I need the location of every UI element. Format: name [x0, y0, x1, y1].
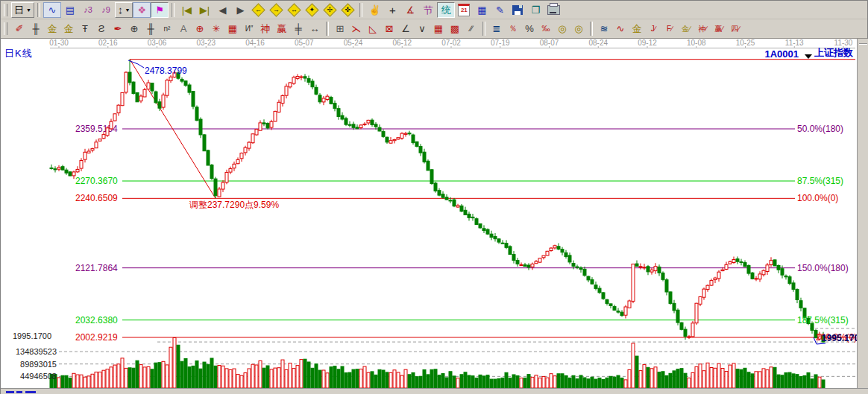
n-square-button[interactable]: n² [159, 21, 175, 36]
red-target-button[interactable]: ⊕ [192, 21, 208, 36]
angle-line-button[interactable]: ∠ [397, 21, 414, 36]
volume-bar [796, 375, 799, 388]
gold-circle-2-button[interactable]: ◎ [570, 21, 587, 36]
volume-scale-label: 134839523 [16, 347, 57, 356]
rect-zone-button[interactable]: ⊞ [332, 21, 348, 36]
printer-button[interactable] [544, 2, 562, 18]
f-angle-button[interactable]: F∕ [661, 21, 678, 36]
volume-bar [393, 370, 396, 388]
ying-angle-button[interactable]: 赢∕ [711, 21, 727, 36]
shen-angle-button[interactable]: 神∕ [694, 21, 711, 36]
dropdown-caret-icon: ▼ [26, 7, 31, 13]
compress-x-button[interactable]: ✢ [321, 2, 339, 18]
ma3-button[interactable]: ♪3 [79, 2, 97, 18]
spiral-button[interactable]: Ƨ [93, 21, 110, 36]
kline-chart-canvas[interactable]: 01-3002-1603-0603-2304-1605-0705-2406-12… [1, 39, 857, 388]
gold-tool-1-button[interactable]: 金 [44, 21, 60, 36]
v-lines-button[interactable]: ∨ [414, 21, 430, 36]
crosshair-button[interactable]: + [383, 2, 401, 18]
pink-pattern-button[interactable]: ❖ [133, 2, 151, 18]
time-grid-button[interactable]: ╫ [142, 21, 159, 36]
volume-bar [635, 356, 638, 388]
calculator-button[interactable]: ▦ [473, 2, 491, 18]
gold-tool-2-button[interactable]: 金 [60, 21, 77, 36]
percent-button[interactable]: % [521, 21, 538, 36]
angle-measure-button[interactable]: ∡ [401, 2, 419, 18]
stats-tool-button[interactable]: 统 [437, 2, 455, 18]
last-page-button[interactable]: ▶| [195, 2, 213, 18]
parallel-lines-button[interactable]: ∕∕ [463, 21, 479, 36]
calendar-button[interactable]: 21 [455, 2, 473, 18]
ma9-button[interactable]: ♪9 [97, 2, 115, 18]
f-line-button[interactable]: Ŧ [77, 21, 93, 36]
gold-circle-1-button[interactable]: ◎ [554, 21, 570, 36]
color-flag-button[interactable]: ⚑ [151, 2, 169, 18]
notes-button[interactable]: ✎ [491, 2, 509, 18]
page-next-button[interactable]: ▶ [231, 2, 249, 18]
shen-tool-button[interactable]: 神 [257, 21, 274, 36]
si-angle-button[interactable]: 四∕ [727, 21, 743, 36]
save-button[interactable] [509, 2, 526, 18]
permille-button[interactable]: ‰ [538, 21, 554, 36]
red-gridbox-button[interactable]: ▦ [224, 21, 241, 36]
wave-brush-icon: ∿ [617, 24, 625, 34]
n-wave-button[interactable]: И″ [241, 21, 257, 36]
volume-bar [274, 368, 277, 388]
price-grid-button[interactable]: ▦ [430, 21, 447, 36]
zoom-out-x-button[interactable]: ↔ [285, 2, 303, 18]
cycle-circle-button[interactable]: ⊕ [126, 21, 142, 36]
gann-box-button[interactable]: ⊠ [381, 21, 397, 36]
candle-zoom-button[interactable]: ↨▼ [115, 2, 133, 18]
pan-hand-button[interactable]: ✌ [365, 2, 383, 18]
volume-bar [199, 369, 202, 388]
page-prev-button[interactable]: ◀ [213, 2, 231, 18]
volume-ruler-button[interactable]: ≣ [488, 21, 505, 36]
candle [333, 101, 336, 112]
blue-bars-button[interactable]: ≋ [596, 21, 612, 36]
j-angle-button[interactable]: J∕ [645, 21, 661, 36]
red-pen-button[interactable]: ✒ [110, 21, 126, 36]
volume-bar [658, 372, 661, 388]
red-brush-button[interactable]: ✐ [11, 21, 28, 36]
zoom-in-x-icon: ✦ [306, 4, 318, 16]
first-page-icon: |◀ [182, 5, 192, 15]
volume-bar [404, 369, 407, 388]
hash-grid-button[interactable]: ╪ [290, 21, 306, 36]
ying-tool-button[interactable]: 赢 [274, 21, 290, 36]
volume-bar [65, 375, 68, 388]
percent-red-button[interactable]: ％ [505, 21, 521, 36]
wave-brush-button[interactable]: ∿ [612, 21, 629, 36]
scroll-right-icon: → [270, 4, 282, 16]
volume-bar [378, 369, 381, 388]
red-web-button[interactable]: ✳ [208, 21, 224, 36]
gann-level-price-label: 2270.3670 [75, 176, 118, 186]
candle [591, 277, 594, 285]
width-measure-button[interactable]: ↔ [306, 21, 323, 36]
zoom-in-x-button[interactable]: ✦ [303, 2, 321, 18]
gann-grid-button[interactable]: ╫ [28, 21, 44, 36]
gold-angle-button[interactable]: 金∕ [678, 21, 694, 36]
scroll-left-button[interactable]: ← [249, 2, 267, 18]
info-panel-button[interactable]: ▤ [61, 2, 79, 18]
a-angle-button[interactable]: A [175, 21, 192, 36]
period-selector-button[interactable]: 日▼ [11, 2, 34, 18]
gold-box-button[interactable]: 金 [629, 21, 645, 36]
volume-bar [725, 372, 728, 389]
candle [758, 271, 761, 282]
first-page-button[interactable]: |◀ [177, 2, 195, 18]
volume-bar [304, 359, 306, 388]
scroll-right-button[interactable]: → [267, 2, 285, 18]
candle [248, 142, 251, 151]
gann-level-price-label: 2032.6380 [75, 315, 118, 325]
candle [382, 130, 385, 138]
jie-tool-button[interactable]: 节 [419, 2, 437, 18]
price-grid-2-button[interactable]: ▩ [447, 21, 463, 36]
trend-chart-button[interactable]: ∿ [43, 2, 61, 18]
candle [423, 149, 426, 164]
gann-rays-button[interactable]: ⋋ [348, 21, 365, 36]
symbol-label[interactable]: 1A0001 上证指数 [764, 46, 853, 60]
expand-x-button[interactable]: ✜ [339, 2, 356, 18]
export-button[interactable]: ❐ [526, 2, 544, 18]
gann-fan-button[interactable]: ◺ [365, 21, 381, 36]
candle [673, 300, 676, 314]
